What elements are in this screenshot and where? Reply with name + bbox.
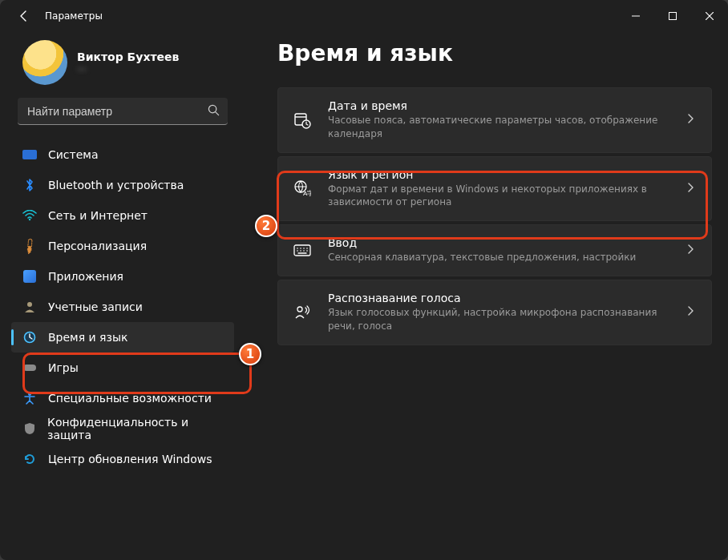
gamepad-icon xyxy=(22,361,37,375)
card-title: Распознавание голоса xyxy=(328,292,671,304)
search-box[interactable] xyxy=(18,98,228,125)
nav: Система Bluetooth и устройства Сеть и Ин… xyxy=(6,139,239,474)
keyboard-icon xyxy=(293,244,312,257)
nav-label: Приложения xyxy=(48,270,123,283)
clock-icon xyxy=(22,330,37,344)
chevron-right-icon xyxy=(687,183,697,195)
marker-1: 1 xyxy=(239,343,261,365)
speech-icon xyxy=(293,304,312,320)
card-text: Ввод Сенсорная клавиатура, текстовые пре… xyxy=(328,236,671,264)
svg-point-22 xyxy=(306,250,308,252)
svg-point-24 xyxy=(297,307,302,312)
profile-email: — xyxy=(77,63,179,75)
svg-point-8 xyxy=(28,393,31,396)
sidebar-item-system[interactable]: Система xyxy=(11,139,234,170)
apps-icon xyxy=(22,269,37,284)
card-title: Ввод xyxy=(328,236,671,249)
svg-point-16 xyxy=(300,248,301,249)
minimize-button[interactable] xyxy=(617,3,654,29)
chevron-right-icon xyxy=(687,306,697,318)
nav-label: Конфиденциальность и защита xyxy=(47,416,226,441)
titlebar: Параметры xyxy=(0,0,728,32)
brush-icon: 🖌 xyxy=(19,236,39,256)
avatar xyxy=(22,40,67,85)
sidebar-item-accessibility[interactable]: Специальные возможности xyxy=(11,383,234,413)
sidebar-item-accounts[interactable]: Учетные записи xyxy=(11,292,234,322)
svg-rect-1 xyxy=(669,13,677,20)
svg-point-4 xyxy=(29,219,30,220)
card-subtitle: Формат дат и времени в Windows и некотор… xyxy=(328,183,671,210)
svg-line-3 xyxy=(216,111,219,115)
sidebar-item-bluetooth[interactable]: Bluetooth и устройства xyxy=(11,170,234,200)
card-title: Дата и время xyxy=(328,99,671,112)
sidebar-item-windows-update[interactable]: Центр обновления Windows xyxy=(11,444,234,474)
nav-label: Время и язык xyxy=(48,331,127,344)
card-language-region[interactable]: A字 Язык и регион Формат дат и времени в … xyxy=(277,156,712,222)
sidebar: Виктор Бухтеев — Система xyxy=(0,32,245,560)
profile-block[interactable]: Виктор Бухтеев — xyxy=(6,37,239,98)
nav-label: Центр обновления Windows xyxy=(48,453,212,465)
card-text: Дата и время Часовые пояса, автоматическ… xyxy=(328,99,671,141)
wifi-icon xyxy=(22,208,37,223)
update-icon xyxy=(22,452,37,466)
svg-rect-7 xyxy=(23,365,36,371)
shield-icon xyxy=(22,421,36,436)
svg-point-5 xyxy=(27,302,32,307)
person-icon xyxy=(22,300,37,314)
card-speech[interactable]: Распознавание голоса Язык голосовых функ… xyxy=(277,280,712,345)
search-icon xyxy=(208,104,220,119)
profile-name: Виктор Бухтеев xyxy=(77,50,179,63)
search-input[interactable] xyxy=(27,105,208,118)
nav-label: Персонализация xyxy=(48,240,147,252)
settings-window: Параметры Виктор Бухтеев — xyxy=(0,0,728,560)
main-content: Время и язык Дата и время Часовые пояса,… xyxy=(245,32,728,560)
svg-point-18 xyxy=(306,248,308,249)
window-body: Виктор Бухтеев — Система xyxy=(0,32,728,560)
card-date-time[interactable]: Дата и время Часовые пояса, автоматическ… xyxy=(277,87,712,153)
svg-text:A字: A字 xyxy=(303,190,311,197)
nav-label: Bluetooth и устройства xyxy=(48,179,184,191)
accessibility-icon xyxy=(22,391,37,405)
svg-point-20 xyxy=(300,250,301,252)
nav-label: Учетные записи xyxy=(48,300,143,313)
svg-point-21 xyxy=(303,250,305,252)
card-typing[interactable]: Ввод Сенсорная клавиатура, текстовые пре… xyxy=(277,224,712,276)
arrow-left-icon xyxy=(18,10,30,22)
nav-label: Сеть и Интернет xyxy=(48,209,148,222)
card-text: Язык и регион Формат дат и времени в Win… xyxy=(328,168,671,210)
card-title: Язык и регион xyxy=(328,168,671,181)
window-controls xyxy=(617,3,728,29)
card-subtitle: Часовые пояса, автоматические параметры … xyxy=(328,114,671,141)
svg-point-17 xyxy=(303,248,305,249)
bluetooth-icon xyxy=(22,178,37,192)
card-subtitle: Сенсорная клавиатура, текстовые предложе… xyxy=(328,251,671,264)
svg-point-19 xyxy=(297,250,298,252)
sidebar-item-apps[interactable]: Приложения xyxy=(11,261,234,292)
calendar-clock-icon xyxy=(293,111,312,129)
nav-label: Специальные возможности xyxy=(48,392,212,405)
nav-label: Игры xyxy=(48,361,79,374)
card-subtitle: Язык голосовых функций, настройка микроф… xyxy=(328,306,671,333)
sidebar-item-network[interactable]: Сеть и Интернет xyxy=(11,200,234,231)
svg-rect-14 xyxy=(294,245,310,256)
sidebar-item-time-language[interactable]: Время и язык xyxy=(11,322,234,353)
close-button[interactable] xyxy=(691,3,728,29)
window-title: Параметры xyxy=(45,10,103,22)
chevron-right-icon xyxy=(687,114,697,126)
card-text: Распознавание голоса Язык голосовых функ… xyxy=(328,292,671,333)
sidebar-item-gaming[interactable]: Игры xyxy=(11,353,234,383)
back-button[interactable] xyxy=(8,0,40,32)
profile-text: Виктор Бухтеев — xyxy=(77,50,179,75)
page-title: Время и язык xyxy=(277,40,712,66)
chevron-right-icon xyxy=(687,244,697,256)
display-icon xyxy=(22,147,37,162)
globe-language-icon: A字 xyxy=(293,179,312,197)
svg-point-15 xyxy=(297,248,298,249)
marker-2: 2 xyxy=(255,215,277,237)
sidebar-item-privacy[interactable]: Конфиденциальность и защита xyxy=(11,413,234,444)
nav-label: Система xyxy=(48,148,98,161)
sidebar-item-personalization[interactable]: 🖌 Персонализация xyxy=(11,231,234,261)
maximize-button[interactable] xyxy=(654,3,691,29)
